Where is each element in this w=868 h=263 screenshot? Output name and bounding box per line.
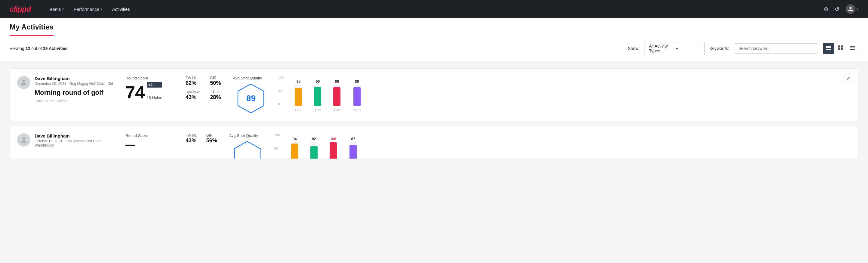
activity-card: Dave Billingham October 16, 2021 · Gog M… [10,126,858,159]
holes-label: 18 Holes [147,95,162,100]
bar-putt: 89 PUTT [352,80,361,112]
app-label: APP [314,108,321,112]
shot-quality-label: Avg Shot Quality [229,133,258,138]
round-score-label: Round Score [125,133,174,138]
nav-performance[interactable]: Performance ▾ [74,5,102,13]
fw-hit-label: FW Hit [186,133,197,138]
arg-label: ARG [333,108,340,112]
svg-rect-6 [841,48,843,50]
bar-arg: 106 ARG [330,137,337,159]
shot-quality-section: Avg Shot Quality [229,133,265,159]
gir-label: GIR [206,133,217,138]
stats-section: FW Hit 62% Up/Down 43% GIR 50% 1 Putt 28… [186,76,221,100]
bar-ott: 94 OTT [291,137,298,159]
user-avatar-button[interactable]: ▾ [846,4,858,14]
chart-y-labels: 100 50 0 [274,133,280,159]
card-user-info: Dave Billingham December 05, 2021 · Gog … [17,76,114,103]
show-label: Show: [628,46,640,51]
chart-bars: 85 OTT 90 APP 89 [292,76,851,112]
nav-activities[interactable]: Activities [112,5,130,13]
svg-rect-8 [850,48,855,48]
fw-hit-value: 62% [186,80,200,86]
activity-card: Dave Billingham December 05, 2021 · Gog … [10,68,858,121]
navbar: clippd Teams ▾ Performance ▾ Activities … [0,0,868,18]
chart-y-labels: 100 50 0 [278,76,283,106]
user-avatar [17,76,30,89]
shot-quality-value: 89 [246,94,256,103]
putt-value: 89 [355,80,359,84]
shot-quality-label: Avg Shot Quality [233,76,262,80]
ott-value: 85 [297,80,301,84]
keywords-label: Keywords: [710,46,729,51]
chart-bars: 94 OTT 82 APP 106 [288,133,851,159]
one-putt-label: 1 Putt [210,90,221,94]
round-score-label: Round Score [125,76,174,80]
page-title: My Activities [10,23,54,36]
bar-ott: 85 OTT [295,80,302,112]
avatar [846,4,856,14]
view-list-dense-button[interactable] [823,43,834,54]
svg-rect-2 [826,49,831,50]
activity-type-select[interactable]: All Activity Types ▾ [645,41,705,56]
user-name: Dave Billingham [35,133,114,139]
chart-section: 100 50 0 85 OTT 90 [281,76,851,112]
up-down-value: 43% [186,94,200,100]
bar-app: 82 APP [310,137,318,159]
svg-rect-9 [850,49,855,50]
app-value: 90 [316,80,320,84]
brand-logo[interactable]: clippd [10,4,31,14]
gir-value: 56% [206,138,217,144]
putt-label: PUTT [352,108,361,112]
shot-quality-hex: 89 [237,83,265,113]
user-avatar [17,133,30,147]
svg-rect-3 [838,46,840,48]
score-number: — [125,140,135,152]
arg-value: 89 [335,80,339,84]
nav-teams[interactable]: Teams ▾ [48,5,64,13]
gir-label: GIR [210,76,221,80]
performance-chevron-icon: ▾ [101,7,102,11]
bar-putt: 87 PUTT [349,137,358,159]
ott-label: OTT [295,108,302,112]
up-down-label: Up/Down [186,90,200,94]
score-badge: +4 [147,82,162,88]
bar-arg: 89 ARG [333,80,340,112]
bar-app: 90 APP [314,80,321,112]
search-input[interactable] [734,43,818,54]
view-list-button[interactable] [847,43,858,54]
svg-rect-4 [841,46,843,48]
avatar-chevron-icon: ▾ [857,7,858,11]
round-score-section: Round Score — [125,133,174,152]
add-icon[interactable]: ⊕ [824,5,829,12]
activity-name: Morning round of golf [35,89,113,96]
round-score-section: Round Score 74 +4 18 Holes [125,76,174,101]
refresh-icon[interactable]: ↺ [835,5,840,12]
filter-bar: Viewing 12 out of 29 Activities Show: Al… [0,36,868,61]
svg-rect-0 [826,46,831,47]
svg-rect-7 [850,46,855,47]
chart-section: 100 50 0 94 OTT 82 APP [277,133,851,159]
select-chevron-icon: ▾ [676,46,700,51]
teams-chevron-icon: ▾ [62,7,64,11]
activity-date: December 05, 2021 · Gog Magog Golf Club … [35,82,113,86]
page-header: My Activities [0,18,868,36]
view-toggle [823,43,858,54]
view-grid-button[interactable] [835,43,846,54]
fw-hit-label: FW Hit [186,76,200,80]
activity-date: October 16, 2021 · Gog Magog Golf Club -… [35,139,114,147]
shot-quality-hex [234,141,261,159]
shot-quality-section: Avg Shot Quality 89 [233,76,269,113]
fw-hit-value: 43% [186,138,197,144]
data-source: Data Source: Arccos [35,99,113,103]
user-name: Dave Billingham [35,76,113,81]
score-number: 74 [125,84,145,101]
activities-list: Dave Billingham December 05, 2021 · Gog … [0,61,868,166]
svg-rect-5 [838,48,840,50]
stats-section: FW Hit 43% GIR 56% [186,133,217,144]
viewing-count-text: Viewing 12 out of 29 Activities [10,46,623,51]
nav-icons: ⊕ ↺ ▾ [824,4,858,14]
card-user-info: Dave Billingham October 16, 2021 · Gog M… [17,133,114,147]
one-putt-value: 28% [210,94,221,100]
svg-rect-1 [826,47,831,48]
gir-value: 50% [210,80,221,86]
